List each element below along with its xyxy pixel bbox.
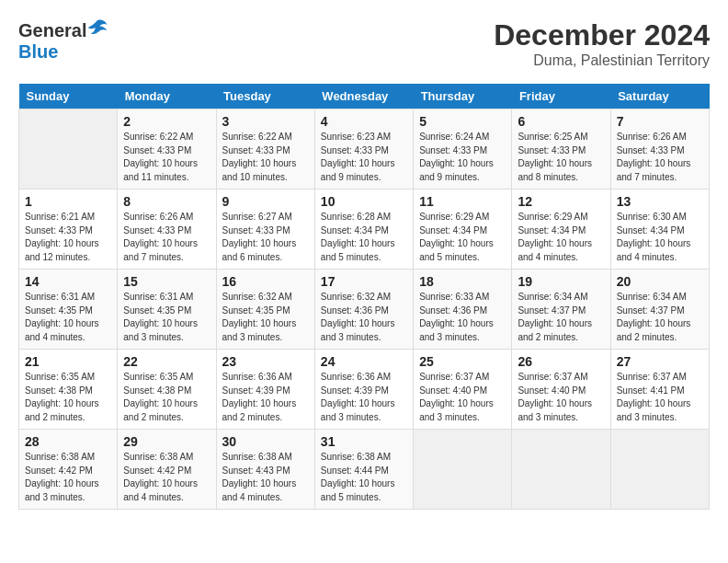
empty-cell [19, 109, 118, 190]
table-row: 30Sunrise: 6:38 AMSunset: 4:43 PMDayligh… [216, 430, 314, 510]
header-monday: Monday [118, 84, 216, 109]
table-row: 14Sunrise: 6:31 AMSunset: 4:35 PMDayligh… [19, 270, 118, 350]
table-row: 13Sunrise: 6:30 AMSunset: 4:34 PMDayligh… [610, 190, 709, 270]
table-row: 7Sunrise: 6:26 AMSunset: 4:33 PMDaylight… [610, 109, 709, 190]
table-row: 16Sunrise: 6:32 AMSunset: 4:35 PMDayligh… [216, 270, 314, 350]
logo-general: General [18, 20, 86, 40]
logo-text: General Blue [18, 18, 108, 63]
table-row: 26Sunrise: 6:37 AMSunset: 4:40 PMDayligh… [512, 350, 610, 430]
table-row: 15Sunrise: 6:31 AMSunset: 4:35 PMDayligh… [118, 270, 216, 350]
table-row: 21Sunrise: 6:35 AMSunset: 4:38 PMDayligh… [19, 350, 710, 430]
logo: General Blue [18, 18, 108, 63]
calendar-header: Sunday Monday Tuesday Wednesday Thursday… [19, 84, 710, 109]
header-wednesday: Wednesday [314, 84, 413, 109]
table-row: 5Sunrise: 6:24 AMSunset: 4:33 PMDaylight… [414, 109, 512, 190]
table-row: 18Sunrise: 6:33 AMSunset: 4:36 PMDayligh… [414, 270, 512, 350]
header: General Blue December 2024 Duma, Palesti… [18, 18, 710, 69]
table-row: 2Sunrise: 6:22 AMSunset: 4:33 PMDaylight… [118, 109, 216, 190]
table-row: 14Sunrise: 6:31 AMSunset: 4:35 PMDayligh… [19, 270, 710, 350]
table-row: 10Sunrise: 6:28 AMSunset: 4:34 PMDayligh… [314, 190, 413, 270]
table-row: 4Sunrise: 6:23 AMSunset: 4:33 PMDaylight… [314, 109, 413, 190]
table-row: 19Sunrise: 6:34 AMSunset: 4:37 PMDayligh… [512, 270, 610, 350]
table-row: 31Sunrise: 6:38 AMSunset: 4:44 PMDayligh… [314, 430, 413, 510]
table-row: 25Sunrise: 6:37 AMSunset: 4:40 PMDayligh… [414, 350, 512, 430]
table-row: 6Sunrise: 6:25 AMSunset: 4:33 PMDaylight… [512, 109, 610, 190]
calendar-body: 2Sunrise: 6:22 AMSunset: 4:33 PMDaylight… [19, 109, 710, 510]
header-thursday: Thursday [414, 84, 512, 109]
table-row: 1Sunrise: 6:21 AMSunset: 4:33 PMDaylight… [19, 190, 710, 270]
table-row: 17Sunrise: 6:32 AMSunset: 4:36 PMDayligh… [314, 270, 413, 350]
header-sunday: Sunday [19, 84, 118, 109]
location: Duma, Palestinian Territory [494, 52, 710, 69]
calendar-table: Sunday Monday Tuesday Wednesday Thursday… [18, 84, 710, 510]
header-row: Sunday Monday Tuesday Wednesday Thursday… [19, 84, 710, 109]
table-row: 24Sunrise: 6:36 AMSunset: 4:39 PMDayligh… [314, 350, 413, 430]
table-row: 28Sunrise: 6:38 AMSunset: 4:42 PMDayligh… [19, 430, 118, 510]
table-row: 22Sunrise: 6:35 AMSunset: 4:38 PMDayligh… [118, 350, 216, 430]
table-row: 29Sunrise: 6:38 AMSunset: 4:42 PMDayligh… [118, 430, 216, 510]
logo-bird-icon [86, 18, 108, 37]
table-row: 20Sunrise: 6:34 AMSunset: 4:37 PMDayligh… [610, 270, 709, 350]
table-row: 11Sunrise: 6:29 AMSunset: 4:34 PMDayligh… [414, 190, 512, 270]
header-saturday: Saturday [610, 84, 709, 109]
month-year: December 2024 [494, 18, 710, 52]
empty-cell [414, 430, 512, 510]
table-row: 3Sunrise: 6:22 AMSunset: 4:33 PMDaylight… [216, 109, 314, 190]
header-tuesday: Tuesday [216, 84, 314, 109]
table-row: 9Sunrise: 6:27 AMSunset: 4:33 PMDaylight… [216, 190, 314, 270]
table-row: 28Sunrise: 6:38 AMSunset: 4:42 PMDayligh… [19, 430, 710, 510]
table-row: 23Sunrise: 6:36 AMSunset: 4:39 PMDayligh… [216, 350, 314, 430]
logo-blue: Blue [18, 41, 58, 62]
title-area: December 2024 Duma, Palestinian Territor… [494, 18, 710, 69]
empty-cell [512, 430, 610, 510]
table-row: 21Sunrise: 6:35 AMSunset: 4:38 PMDayligh… [19, 350, 118, 430]
empty-cell [610, 430, 709, 510]
header-friday: Friday [512, 84, 610, 109]
table-row: 2Sunrise: 6:22 AMSunset: 4:33 PMDaylight… [19, 109, 710, 190]
table-row: 12Sunrise: 6:29 AMSunset: 4:34 PMDayligh… [512, 190, 610, 270]
table-row: 27Sunrise: 6:37 AMSunset: 4:41 PMDayligh… [610, 350, 709, 430]
table-row: 8Sunrise: 6:26 AMSunset: 4:33 PMDaylight… [118, 190, 216, 270]
table-row: 1Sunrise: 6:21 AMSunset: 4:33 PMDaylight… [19, 190, 118, 270]
